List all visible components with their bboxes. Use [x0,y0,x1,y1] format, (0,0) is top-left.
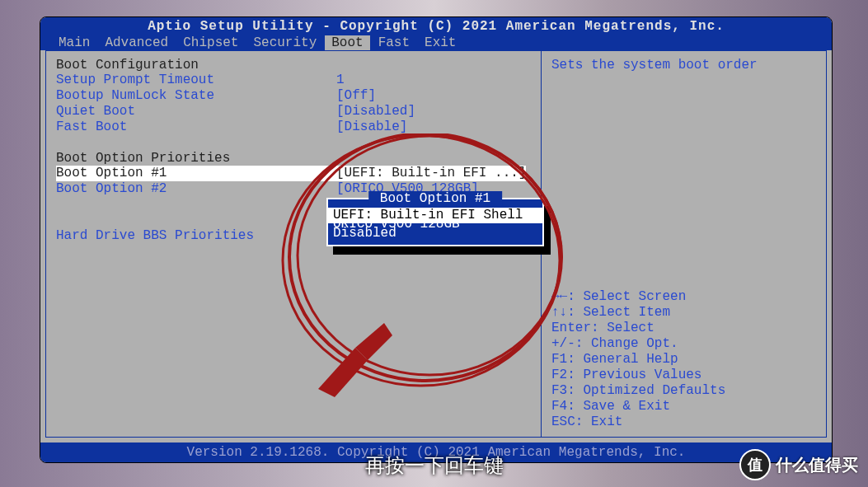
label: Boot Option #1 [56,166,336,181]
boot-option-popup[interactable]: Boot Option #1 UEFI: Built-in EFI Shell … [326,198,544,246]
menu-exit[interactable]: Exit [418,35,462,50]
help-line: →←: Select Screen [551,289,816,305]
menu-main[interactable]: Main [52,35,96,50]
video-subtitle: 再按一下回车键 [0,452,868,479]
value: [Disable] [336,119,407,135]
watermark-text: 什么值得买 [776,454,858,476]
label: Hard Drive BBS Priorities [56,228,336,244]
help-line: F3: Optimized Defaults [551,383,816,399]
key-help: →←: Select Screen ↑↓: Select Item Enter:… [551,289,816,430]
row-fast-boot[interactable]: Fast Boot [Disable] [56,119,531,135]
menu-fast[interactable]: Fast [372,35,416,50]
help-line: +/-: Change Opt. [551,336,816,352]
row-boot-option-1[interactable]: Boot Option #1 [UEFI: Built-in EFI ...] [56,166,531,181]
help-line: F2: Previous Values [551,368,816,383]
section-heading-boot-config: Boot Configuration [56,58,531,73]
watermark: 值 什么值得买 [739,449,858,480]
row-setup-prompt-timeout[interactable]: Setup Prompt Timeout 1 [56,73,531,88]
label: Bootup NumLock State [56,88,336,104]
menu-advanced[interactable]: Advanced [98,35,175,50]
popup-title: Boot Option #1 [368,191,502,206]
help-line: F1: General Help [551,352,816,368]
main-area: Boot Configuration Setup Prompt Timeout … [45,50,827,438]
label: Quiet Boot [56,104,336,119]
label: Setup Prompt Timeout [56,73,336,88]
bios-screen: Aptio Setup Utility - Copyright (C) 2021… [40,16,833,463]
value: 1 [336,73,345,88]
svg-marker-3 [318,348,368,397]
menu-boot[interactable]: Boot [325,35,369,50]
value: [Disabled] [336,104,415,119]
help-line: ESC: Exit [551,414,816,430]
help-line: ↑↓: Select Item [551,305,816,321]
settings-pane: Boot Configuration Setup Prompt Timeout … [45,50,542,438]
svg-marker-4 [355,323,392,360]
value: [Off] [336,88,376,104]
value: [UEFI: Built-in EFI ...] [336,166,526,181]
menu-chipset[interactable]: Chipset [176,35,245,50]
help-line: F4: Save & Exit [551,399,816,414]
section-heading-boot-priorities: Boot Option Priorities [56,151,531,166]
help-line: Enter: Select [551,321,816,336]
watermark-badge-icon: 值 [739,449,771,480]
help-pane: Sets the system boot order →←: Select Sc… [542,50,827,438]
menu-bar[interactable]: Main Advanced Chipset Security Boot Fast… [40,35,832,50]
row-quiet-boot[interactable]: Quiet Boot [Disabled] [56,104,531,119]
description-text: Sets the system boot order [551,58,816,73]
row-bootup-numlock[interactable]: Bootup NumLock State [Off] [56,88,531,104]
title-bar: Aptio Setup Utility - Copyright (C) 2021… [40,17,832,35]
label: Boot Option #2 [56,181,336,197]
label: Fast Boot [56,119,336,135]
menu-security[interactable]: Security [246,35,323,50]
